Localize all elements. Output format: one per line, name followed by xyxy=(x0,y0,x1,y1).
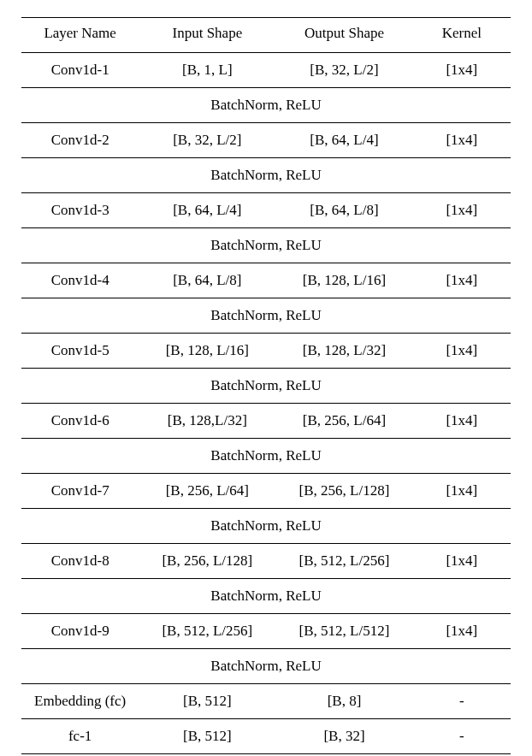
cell-kernel: [1x4] xyxy=(413,193,511,228)
table-row: fc-1[B, 512][B, 32]- xyxy=(21,719,511,754)
table-row: Conv1d-6[B, 128,L/32][B, 256, L/64][1x4] xyxy=(21,404,511,439)
cell-output: [B, 128, L/16] xyxy=(275,263,412,298)
cell-input: [B, 512] xyxy=(139,719,275,754)
table-row: BatchNorm, ReLU xyxy=(21,369,511,404)
table-row: Conv1d-2[B, 32, L/2][B, 64, L/4][1x4] xyxy=(21,123,511,158)
cell-layer: Conv1d-1 xyxy=(21,53,139,88)
header-input: Input Shape xyxy=(139,18,275,53)
cell-output: [B, 512, L/512] xyxy=(275,614,412,649)
cell-input: [B, 512] xyxy=(139,684,275,719)
architecture-table: Layer Name Input Shape Output Shape Kern… xyxy=(21,17,511,756)
cell-layer: Conv1d-9 xyxy=(21,614,139,649)
cell-layer: Conv1d-8 xyxy=(21,544,139,579)
table-row: Embedding (fc)[B, 512][B, 8]- xyxy=(21,684,511,719)
cell-kernel: [1x4] xyxy=(413,263,511,298)
cell-output: [B, 512, L/256] xyxy=(275,544,412,579)
cell-layer: Conv1d-6 xyxy=(21,404,139,439)
table-row: BatchNorm, ReLU xyxy=(21,509,511,544)
cell-input: [B, 128, L/16] xyxy=(139,334,275,369)
table-row: BatchNorm, ReLU xyxy=(21,579,511,614)
cell-output: [B, 64, L/8] xyxy=(275,193,412,228)
cell-kernel: - xyxy=(413,684,511,719)
cell-input: [B, 64, L/8] xyxy=(139,263,275,298)
cell-layer: Conv1d-3 xyxy=(21,193,139,228)
cell-input: [B, 256, L/128] xyxy=(139,544,275,579)
span-cell: BatchNorm, ReLU xyxy=(21,369,511,404)
cell-output: [B, 64, L/4] xyxy=(275,123,412,158)
span-cell: BatchNorm, ReLU xyxy=(21,158,511,193)
cell-output: [B, 32] xyxy=(275,719,412,754)
table-row: Conv1d-4[B, 64, L/8][B, 128, L/16][1x4] xyxy=(21,263,511,298)
span-cell: BatchNorm, ReLU xyxy=(21,649,511,684)
cell-input: [B, 256, L/64] xyxy=(139,474,275,509)
cell-kernel: [1x4] xyxy=(413,123,511,158)
cell-input: [B, 1, L] xyxy=(139,53,275,88)
cell-layer: Conv1d-4 xyxy=(21,263,139,298)
span-cell: BatchNorm, ReLU xyxy=(21,439,511,474)
cell-input: [B, 128,L/32] xyxy=(139,404,275,439)
cell-layer: Conv1d-2 xyxy=(21,123,139,158)
cell-output: [B, 128, L/32] xyxy=(275,334,412,369)
table-row: BatchNorm, ReLU xyxy=(21,228,511,263)
table-row: BatchNorm, ReLU xyxy=(21,298,511,334)
cell-kernel: [1x4] xyxy=(413,614,511,649)
cell-input: [B, 64, L/4] xyxy=(139,193,275,228)
cell-input: [B, 512, L/256] xyxy=(139,614,275,649)
table-row: BatchNorm, ReLU xyxy=(21,158,511,193)
cell-output: [B, 8] xyxy=(275,684,412,719)
table-row: BatchNorm, ReLU xyxy=(21,439,511,474)
table-row: Conv1d-9[B, 512, L/256][B, 512, L/512][1… xyxy=(21,614,511,649)
cell-kernel: - xyxy=(413,719,511,754)
span-cell: BatchNorm, ReLU xyxy=(21,579,511,614)
table-row: Conv1d-7[B, 256, L/64][B, 256, L/128][1x… xyxy=(21,474,511,509)
span-cell: BatchNorm, ReLU xyxy=(21,509,511,544)
table-row: Conv1d-8[B, 256, L/128][B, 512, L/256][1… xyxy=(21,544,511,579)
header-output: Output Shape xyxy=(275,18,412,53)
cell-input: [B, 32, L/2] xyxy=(139,123,275,158)
cell-kernel: [1x4] xyxy=(413,53,511,88)
header-layer: Layer Name xyxy=(21,18,139,53)
cell-output: [B, 256, L/128] xyxy=(275,474,412,509)
cell-layer: Conv1d-7 xyxy=(21,474,139,509)
cell-layer: fc-1 xyxy=(21,719,139,754)
cell-kernel: [1x4] xyxy=(413,544,511,579)
table-row: Conv1d-3[B, 64, L/4][B, 64, L/8][1x4] xyxy=(21,193,511,228)
header-kernel: Kernel xyxy=(413,18,511,53)
span-cell: BatchNorm, ReLU xyxy=(21,88,511,123)
span-cell: BatchNorm, ReLU xyxy=(21,228,511,263)
span-cell: BatchNorm, ReLU xyxy=(21,298,511,334)
cell-output: [B, 32, L/2] xyxy=(275,53,412,88)
cell-output: [B, 256, L/64] xyxy=(275,404,412,439)
cell-kernel: [1x4] xyxy=(413,474,511,509)
table-row: Conv1d-5[B, 128, L/16][B, 128, L/32][1x4… xyxy=(21,334,511,369)
cell-kernel: [1x4] xyxy=(413,334,511,369)
cell-layer: Conv1d-5 xyxy=(21,334,139,369)
cell-kernel: [1x4] xyxy=(413,404,511,439)
table-header-row: Layer Name Input Shape Output Shape Kern… xyxy=(21,18,511,53)
table-row: BatchNorm, ReLU xyxy=(21,649,511,684)
cell-layer: Embedding (fc) xyxy=(21,684,139,719)
table-row: BatchNorm, ReLU xyxy=(21,88,511,123)
table-row: Conv1d-1[B, 1, L][B, 32, L/2][1x4] xyxy=(21,53,511,88)
